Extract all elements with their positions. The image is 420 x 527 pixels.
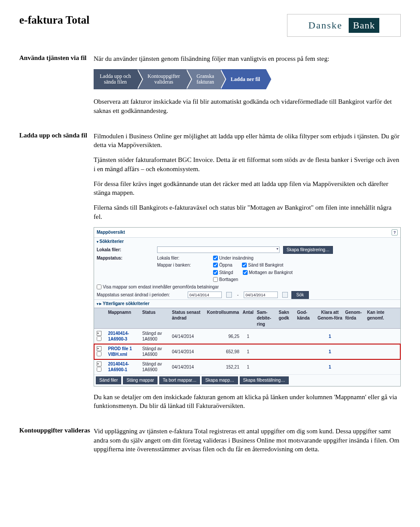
mappnamn-link[interactable]: 20140414-1A6900-1	[107, 361, 141, 373]
cb-borttagen[interactable]: Borttagen	[213, 277, 238, 283]
shot-sokkriterier[interactable]: Sökkriterier	[94, 238, 400, 246]
page-title: e-faktura Total	[19, 14, 89, 26]
skapa-filregistrering-button[interactable]: Skapa filregistrering…	[283, 246, 333, 254]
help-icon[interactable]: ?	[392, 229, 398, 235]
cb-visa-endast[interactable]: Visa mappar som endast innehåller genomf…	[97, 284, 219, 290]
row-checkbox[interactable]	[97, 336, 102, 341]
step-4: Ladda ner fil	[220, 69, 266, 89]
mappar-i-banken-label: Mappar i banken:	[157, 262, 210, 268]
shot-title: Mappöversikt	[97, 229, 125, 235]
th-status: Status	[141, 309, 171, 327]
table-footer-buttons: Sänd filer Stäng mappar Ta bort mappar… …	[94, 375, 400, 386]
cb-sand-bankgirot[interactable]: Sänd till Bankgirot	[242, 262, 284, 268]
logo-brand-box: Bank	[349, 18, 379, 33]
cb-oppna[interactable]: Öppna	[213, 262, 232, 268]
cb-under-input[interactable]	[213, 256, 218, 260]
date-sep: -	[235, 292, 240, 298]
step-1: Ladda upp och sända filen	[94, 69, 137, 89]
table-row-highlighted: PROD file 1 VIBH.xml Stängd av 1A6900 04…	[94, 344, 400, 359]
table-row: 20140414-1A6900-1 Stängd av 1A6900 04/14…	[94, 359, 400, 375]
section2-p1: Filmodulen i Business Online ger möjligh…	[94, 132, 401, 150]
th-mappnamn: Mappnamn	[107, 309, 141, 327]
lokal-filer-label: Lokala filer:	[97, 247, 154, 253]
section2-p3: För dessa filer krävs inget godkännande …	[94, 179, 401, 197]
step-2: Kontouppgifter valideras	[137, 69, 186, 89]
th-god: God-kända	[296, 309, 315, 327]
bank-logo: Danske Bank	[287, 14, 401, 37]
sand-filer-button[interactable]: Sänd filer	[96, 376, 121, 384]
section3-label: Kontouppgifter valideras	[19, 427, 94, 460]
cb-under-insandning[interactable]: Under insändning	[213, 255, 253, 261]
cb-mottagen[interactable]: Mottagen av Bankgirot	[243, 270, 293, 276]
section2-label: Ladda upp och sända fil	[19, 132, 94, 417]
ytterligare-sokkriterier[interactable]: ▸ Ytterligare sökkriterier	[94, 299, 400, 308]
date-from-input[interactable]: 04/14/2014	[188, 292, 222, 298]
senast-andrad-label: Mappstatus senast ändrad i perioden:	[97, 292, 184, 298]
row-checkbox[interactable]	[97, 351, 102, 356]
section2-p4: Filerna sänds till Bankgirots e-fakturav…	[94, 203, 401, 221]
row-checkbox[interactable]	[97, 367, 102, 372]
process-steps: Ladda upp och sända filen Kontouppgifter…	[94, 69, 401, 89]
section1-p1: Observera att fakturor inskickade via fi…	[94, 97, 401, 115]
skapa-mapp-button[interactable]: Skapa mapp…	[202, 376, 238, 384]
stang-mappar-button[interactable]: Stäng mappar	[123, 376, 158, 384]
th-antal: Antal	[240, 309, 256, 327]
calendar-icon[interactable]	[226, 292, 232, 298]
section1-intro: När du använder tjänsten genom filsändni…	[94, 54, 401, 63]
lokal-filer-dropdown[interactable]: ▾	[157, 246, 280, 253]
mappstatus-label: Mappstatus:	[97, 255, 154, 261]
th-date: Status senast ändrad	[171, 309, 206, 327]
th-kan: Kan inte genomf.	[366, 309, 388, 327]
calendar-icon[interactable]	[282, 292, 288, 298]
sok-button[interactable]: Sök	[291, 291, 308, 299]
lokala-filer-sublabel: Lokala filer:	[157, 255, 210, 261]
mappnamn-link[interactable]: 20140414-1A6900-3	[107, 330, 141, 342]
table-header: Mappnamn Status Status senast ändrad Kon…	[94, 308, 400, 329]
date-to-input[interactable]: 04/14/2014	[244, 292, 278, 298]
th-sakn: Sakn godk	[278, 309, 296, 327]
skapa-filbestallning-button[interactable]: Skapa filbeställning…	[240, 376, 289, 384]
cb-stangd[interactable]: Stängd	[213, 270, 233, 276]
expand-icon[interactable]	[97, 331, 102, 336]
th-klar: Klara att Genom-föra	[315, 309, 344, 327]
section1-label: Använda tjänsten via fil	[19, 54, 94, 121]
th-sam: Sam-debite-ring	[256, 309, 278, 327]
ta-bort-mappar-button[interactable]: Ta bort mappar…	[159, 376, 200, 384]
section3-p1: Vid uppläggning av tjänsten e-faktura To…	[94, 427, 401, 453]
th-gen: Genom-förda	[344, 309, 366, 327]
mapoversikt-screenshot: Mappöversikt ? Sökkriterier Lokala filer…	[94, 227, 401, 386]
expand-icon[interactable]	[97, 346, 102, 351]
expand-icon[interactable]	[97, 362, 102, 366]
logo-brand-text: Danske	[308, 20, 343, 31]
section2-after: Du kan se detaljer om den inskickade fak…	[94, 393, 401, 411]
table-row: 20140414-1A6900-3 Stängd av 1A6900 04/14…	[94, 329, 400, 344]
mappnamn-link[interactable]: PROD file 1 VIBH.xml	[107, 346, 141, 358]
th-kontrollsumma: Kontrollsumma	[206, 309, 240, 327]
section2-p2: Tjänsten stöder fakturaformatet BGC Invo…	[94, 155, 401, 173]
